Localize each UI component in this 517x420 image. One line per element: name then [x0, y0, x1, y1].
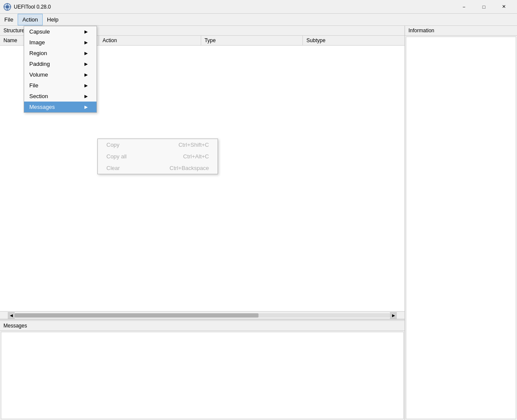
- maximize-button[interactable]: □: [474, 0, 494, 14]
- messages-copy-all[interactable]: Copy all Ctrl+Alt+C: [98, 151, 218, 162]
- messages-copy[interactable]: Copy Ctrl+Shift+C: [98, 139, 218, 151]
- messages-panel: Messages: [0, 321, 405, 420]
- padding-arrow: ▶: [84, 62, 88, 66]
- action-padding[interactable]: Padding ▶: [24, 59, 97, 69]
- action-region[interactable]: Region ▶: [24, 48, 97, 59]
- volume-arrow: ▶: [84, 72, 88, 77]
- file-arrow: ▶: [84, 83, 88, 88]
- messages-submenu: Copy Ctrl+Shift+C Copy all Ctrl+Alt+C Cl…: [97, 139, 218, 174]
- messages-body[interactable]: [1, 332, 404, 419]
- section-arrow: ▶: [84, 94, 88, 99]
- app-icon: [3, 3, 11, 11]
- h-scroll-area: ◀ ▶: [0, 311, 405, 319]
- capsule-arrow: ▶: [84, 29, 88, 34]
- h-scroll-thumb: [15, 313, 258, 318]
- col-action: Action: [99, 36, 201, 45]
- action-capsule[interactable]: Capsule ▶: [24, 26, 97, 37]
- svg-rect-2: [7, 3, 8, 5]
- col-type: Type: [201, 36, 303, 45]
- messages-clear[interactable]: Clear Ctrl+Backspace: [98, 162, 218, 174]
- scroll-right-arrow[interactable]: ▶: [390, 312, 397, 319]
- svg-rect-5: [9, 6, 11, 7]
- messages-header: Messages: [0, 321, 405, 331]
- right-panel: Information: [405, 26, 517, 420]
- region-arrow: ▶: [84, 51, 88, 56]
- window-title: UEFITool 0.28.0: [14, 4, 454, 10]
- menu-bar: File Action Help Capsule ▶ Image ▶ Regio…: [0, 14, 517, 26]
- svg-point-1: [6, 5, 9, 9]
- info-header: Information: [405, 26, 517, 36]
- close-button[interactable]: ✕: [494, 0, 514, 14]
- action-dropdown: Capsule ▶ Image ▶ Region ▶ Padding ▶ Vol…: [24, 26, 97, 113]
- scroll-left-arrow[interactable]: ◀: [8, 312, 15, 319]
- h-scroll-track[interactable]: [15, 313, 390, 318]
- window-controls: − □ ✕: [454, 0, 514, 14]
- menu-action[interactable]: Action: [18, 14, 43, 25]
- messages-arrow: ▶: [84, 105, 88, 109]
- info-body: [406, 37, 516, 419]
- menu-help[interactable]: Help: [43, 14, 63, 25]
- menu-file[interactable]: File: [0, 14, 18, 25]
- title-bar: UEFITool 0.28.0 − □ ✕: [0, 0, 517, 14]
- minimize-button[interactable]: −: [454, 0, 474, 14]
- action-image[interactable]: Image ▶: [24, 37, 97, 48]
- action-messages[interactable]: Messages ▶: [24, 102, 97, 112]
- action-volume[interactable]: Volume ▶: [24, 69, 97, 80]
- action-section[interactable]: Section ▶: [24, 91, 97, 102]
- svg-rect-3: [7, 9, 8, 10]
- col-subtype: Subtype: [303, 36, 405, 45]
- action-file[interactable]: File ▶: [24, 80, 97, 91]
- image-arrow: ▶: [84, 40, 88, 45]
- svg-rect-4: [4, 6, 5, 7]
